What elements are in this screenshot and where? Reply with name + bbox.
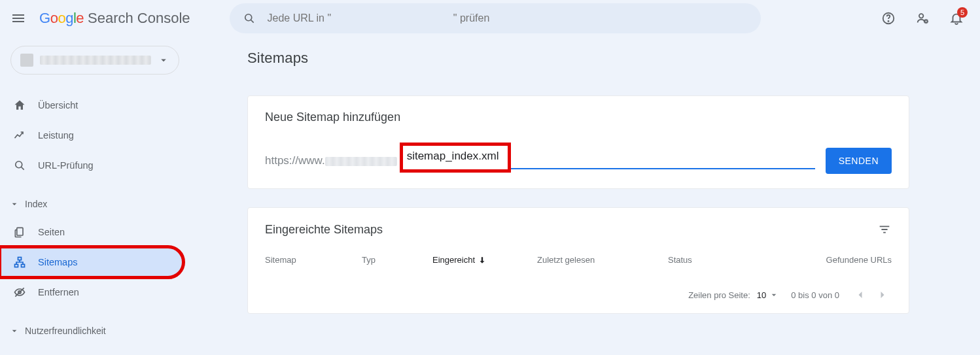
- svg-point-3: [888, 21, 888, 22]
- svg-point-6: [16, 161, 22, 168]
- home-icon: [13, 99, 26, 112]
- chevron-down-icon: [9, 326, 20, 336]
- sitemap-icon: [13, 256, 26, 269]
- sidebar-group-index[interactable]: Index: [0, 191, 190, 217]
- submitted-sitemaps-card: Eingereichte Sitemaps Sitemap Typ Einger…: [247, 207, 909, 314]
- trend-icon: [13, 129, 26, 142]
- svg-rect-10: [15, 264, 18, 267]
- col-submitted[interactable]: Eingereicht: [432, 255, 537, 265]
- url-inspection-input[interactable]: [268, 12, 748, 24]
- rows-per-page-select[interactable]: 10: [757, 290, 779, 300]
- chevron-down-icon: [158, 54, 169, 66]
- property-favicon: [20, 54, 33, 67]
- pager-next-button[interactable]: [873, 286, 892, 304]
- pager-prev-button[interactable]: [851, 286, 869, 304]
- add-sitemap-card: Neue Sitemap hinzufügen https://www. SEN…: [247, 95, 909, 189]
- col-last-read[interactable]: Zuletzt gelesen: [537, 255, 668, 265]
- sidebar-item-overview[interactable]: Übersicht: [0, 90, 183, 120]
- svg-point-5: [924, 20, 927, 23]
- svg-rect-8: [17, 228, 23, 235]
- pages-icon: [13, 226, 26, 239]
- sidebar: Übersicht Leistung URL-Prüfung Index: [0, 37, 190, 355]
- main-content: Sitemaps Neue Sitemap hinzufügen https:/…: [190, 37, 980, 355]
- notifications-button[interactable]: 5: [943, 5, 970, 31]
- arrow-down-icon: [478, 256, 487, 265]
- sitemap-path-input[interactable]: [406, 146, 504, 167]
- sidebar-item-removals[interactable]: Entfernen: [0, 277, 183, 307]
- col-type[interactable]: Typ: [362, 255, 432, 265]
- col-sitemap[interactable]: Sitemap: [265, 255, 362, 265]
- notification-badge: 5: [957, 7, 968, 18]
- page-title: Sitemaps: [247, 50, 962, 67]
- url-inspection-searchbox[interactable]: [230, 3, 761, 33]
- domain-redacted: [325, 157, 397, 166]
- sidebar-item-label: Übersicht: [38, 100, 78, 110]
- google-search-console-logo: Google Search Console: [39, 10, 190, 27]
- submitted-sitemaps-title: Eingereichte Sitemaps: [265, 223, 383, 237]
- svg-line-7: [22, 167, 24, 170]
- svg-point-4: [919, 14, 923, 18]
- sidebar-item-url-inspection[interactable]: URL-Prüfung: [0, 150, 183, 180]
- rows-per-page-label: Zeilen pro Seite:: [688, 290, 750, 300]
- sidebar-item-label: URL-Prüfung: [38, 160, 94, 171]
- sidebar-item-label: Seiten: [38, 227, 65, 237]
- svg-rect-9: [18, 258, 22, 260]
- search-icon: [243, 12, 256, 25]
- sitemap-table-header: Sitemap Typ Eingereicht Zuletzt gelesen …: [265, 248, 892, 271]
- sidebar-group-label: Nutzerfreundlichkeit: [25, 326, 106, 336]
- sidebar-item-sitemaps[interactable]: Sitemaps: [0, 247, 183, 277]
- sidebar-group-label: Index: [25, 199, 47, 209]
- product-name: Search Console: [88, 10, 190, 27]
- sidebar-item-label: Leistung: [38, 130, 74, 141]
- col-status[interactable]: Status: [668, 255, 805, 265]
- sidebar-item-label: Sitemaps: [38, 257, 77, 267]
- table-pager: Zeilen pro Seite: 10 0 bis 0 von 0: [265, 286, 892, 304]
- sidebar-item-performance[interactable]: Leistung: [0, 120, 183, 150]
- col-discovered-urls[interactable]: Gefundene URLs: [805, 255, 892, 265]
- sidebar-item-label: Entfernen: [38, 287, 79, 297]
- account-settings-button[interactable]: [909, 5, 936, 31]
- pager-range: 0 bis 0 von 0: [791, 290, 839, 300]
- hidden-icon: [13, 286, 26, 299]
- filter-icon[interactable]: [877, 222, 892, 237]
- submit-sitemap-button[interactable]: SENDEN: [826, 148, 892, 174]
- help-button[interactable]: [875, 5, 901, 31]
- svg-point-0: [245, 14, 251, 21]
- sitemap-url-prefix: https://www.: [265, 154, 397, 174]
- chevron-down-icon: [9, 199, 20, 209]
- svg-line-1: [251, 20, 253, 23]
- sidebar-item-pages[interactable]: Seiten: [0, 217, 183, 247]
- add-sitemap-title: Neue Sitemap hinzufügen: [265, 110, 892, 124]
- property-selector[interactable]: [10, 46, 179, 75]
- property-name-redacted: [40, 56, 151, 65]
- hamburger-menu-icon[interactable]: [10, 10, 26, 26]
- svg-rect-11: [22, 264, 25, 267]
- google-wordmark: Google: [39, 10, 84, 27]
- search-icon: [13, 159, 26, 172]
- sidebar-group-ux[interactable]: Nutzerfreundlichkeit: [0, 318, 190, 344]
